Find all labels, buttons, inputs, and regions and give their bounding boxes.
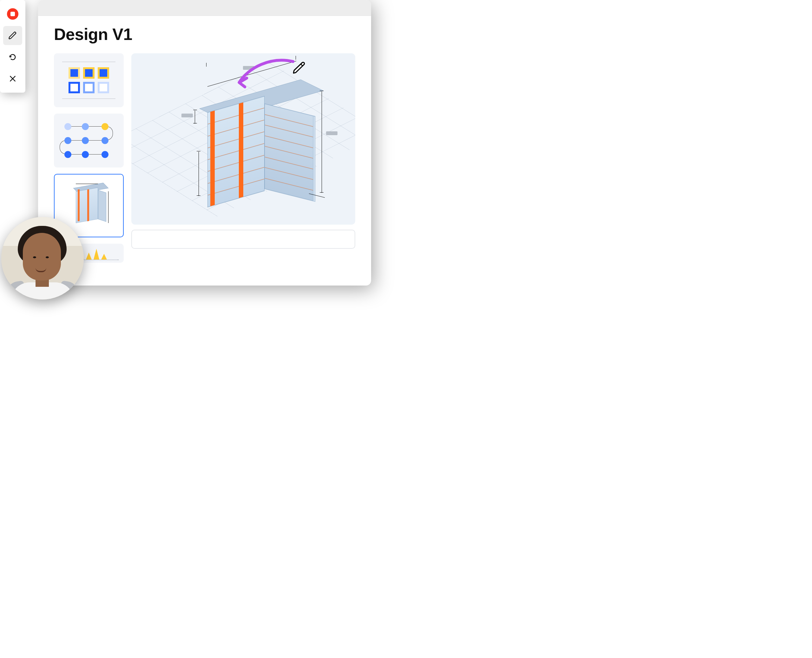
caption-input[interactable] [131,230,355,249]
thumbnail-process-graph[interactable] [54,114,124,168]
design-window: Design V1 [38,0,371,285]
pencil-cursor-icon [292,61,306,75]
dimension-height [322,91,322,193]
node-graph-icon [63,123,114,158]
record-icon [7,8,19,20]
annotation-toolbar [0,0,25,92]
building-thumbnail-icon [68,182,110,229]
dimension-partial [199,152,199,196]
swatch-grid-icon [69,67,109,93]
record-button[interactable] [3,5,22,24]
pencil-icon [8,31,17,40]
design-canvas[interactable] [131,53,355,225]
annotation-arrow [230,58,299,90]
dimension-label [326,132,338,135]
redo-button[interactable] [3,48,22,67]
redo-icon [8,53,17,61]
close-icon [9,75,17,83]
document-title: Design V1 [38,16,371,47]
draw-button[interactable] [3,26,22,45]
dimension-label [181,114,193,118]
building-model[interactable] [198,85,325,212]
thumbnail-swatches[interactable] [54,53,124,107]
window-titlebar[interactable] [38,0,371,16]
dimension-floor [195,110,195,124]
close-button[interactable] [3,69,22,88]
presenter-avatar[interactable] [1,217,84,299]
